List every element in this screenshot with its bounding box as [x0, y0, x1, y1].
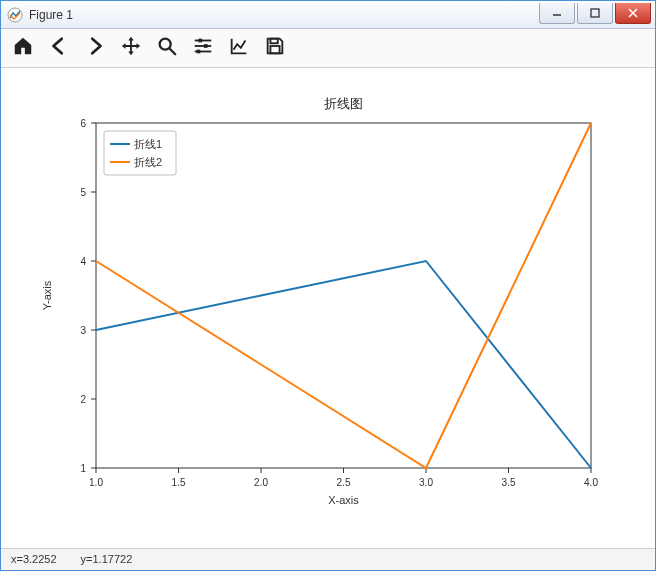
ytick-label: 3: [80, 325, 86, 336]
status-y: y=1.17722: [81, 553, 133, 565]
ytick-label: 6: [80, 118, 86, 129]
xtick-label: 3.5: [502, 477, 516, 488]
ytick-label: 1: [80, 463, 86, 474]
ytick-label: 4: [80, 256, 86, 267]
forward-button[interactable]: [81, 34, 109, 62]
window-controls: [539, 3, 653, 23]
svg-line-3: [629, 9, 637, 17]
edit-axes-button[interactable]: [225, 34, 253, 62]
app-icon: [7, 7, 23, 23]
axes-icon: [228, 35, 250, 60]
svg-rect-14: [270, 46, 279, 53]
y-axis-label: Y-axis: [41, 280, 53, 310]
zoom-button[interactable]: [153, 34, 181, 62]
xtick-label: 2.5: [337, 477, 351, 488]
status-bar: x=3.2252 y=1.17722: [1, 548, 655, 571]
save-button[interactable]: [261, 34, 289, 62]
chart-title: 折线图: [324, 96, 363, 111]
plot-svg: 1.01.52.02.53.03.54.0123456折线图X-axisY-ax…: [1, 68, 655, 548]
window-title: Figure 1: [29, 8, 539, 22]
svg-rect-12: [197, 50, 201, 54]
xtick-label: 2.0: [254, 477, 268, 488]
ytick-label: 2: [80, 394, 86, 405]
xtick-label: 1.5: [172, 477, 186, 488]
close-button[interactable]: [615, 3, 651, 24]
zoom-icon: [156, 35, 178, 60]
back-button[interactable]: [45, 34, 73, 62]
svg-rect-10: [198, 39, 202, 43]
maximize-button[interactable]: [577, 3, 613, 24]
minimize-button[interactable]: [539, 3, 575, 24]
forward-icon: [84, 35, 106, 60]
save-icon: [264, 35, 286, 60]
titlebar: Figure 1: [1, 1, 655, 29]
pan-icon: [120, 35, 142, 60]
home-button[interactable]: [9, 34, 37, 62]
x-axis-label: X-axis: [328, 494, 359, 506]
home-icon: [12, 35, 34, 60]
plot-area[interactable]: 1.01.52.02.53.03.54.0123456折线图X-axisY-ax…: [1, 68, 655, 548]
status-x: x=3.2252: [11, 553, 57, 565]
legend-label: 折线1: [134, 138, 162, 150]
xtick-label: 1.0: [89, 477, 103, 488]
svg-line-4: [629, 9, 637, 17]
svg-rect-2: [591, 9, 599, 17]
xtick-label: 4.0: [584, 477, 598, 488]
svg-rect-13: [270, 39, 277, 44]
figure-window: Figure 1: [0, 0, 656, 571]
pan-button[interactable]: [117, 34, 145, 62]
subplots-icon: [192, 35, 214, 60]
back-icon: [48, 35, 70, 60]
toolbar: [1, 29, 655, 67]
svg-rect-11: [204, 45, 208, 49]
ytick-label: 5: [80, 187, 86, 198]
svg-line-6: [170, 49, 176, 55]
xtick-label: 3.0: [419, 477, 433, 488]
configure-subplots-button[interactable]: [189, 34, 217, 62]
legend-label: 折线2: [134, 156, 162, 168]
